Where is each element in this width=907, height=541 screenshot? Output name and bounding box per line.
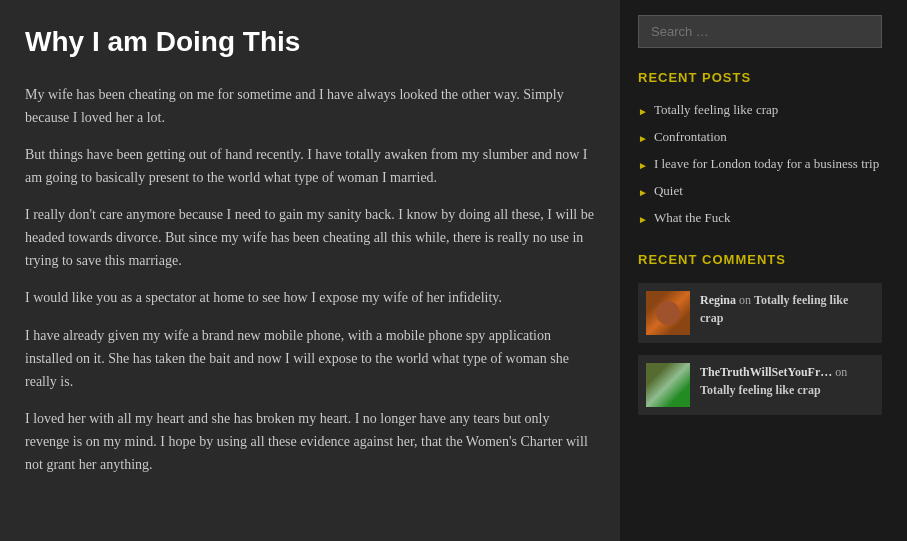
comment-text-1: Regina on Totally feeling like crap [700, 291, 874, 327]
comment-on-2: on [835, 365, 847, 379]
paragraph-5: I have already given my wife a brand new… [25, 324, 595, 393]
page-title: Why I am Doing This [25, 20, 595, 65]
recent-post-item-5[interactable]: ► What the Fuck [638, 209, 882, 228]
arrow-icon-2: ► [638, 131, 648, 147]
recent-post-item-1[interactable]: ► Totally feeling like crap [638, 101, 882, 120]
recent-post-label-2: Confrontation [654, 128, 727, 146]
paragraph-1: My wife has been cheating on me for some… [25, 83, 595, 129]
arrow-icon-1: ► [638, 104, 648, 120]
main-content: Why I am Doing This My wife has been che… [0, 0, 620, 541]
recent-post-label-5: What the Fuck [654, 209, 731, 227]
comment-on-1: on [739, 293, 754, 307]
arrow-icon-5: ► [638, 212, 648, 228]
paragraph-4: I would like you as a spectator at home … [25, 286, 595, 309]
paragraph-6: I loved her with all my heart and she ha… [25, 407, 595, 476]
comment-item-1: Regina on Totally feeling like crap [638, 283, 882, 343]
recent-comments-heading: RECENT COMMENTS [638, 250, 882, 271]
comment-item-2: TheTruthWillSetYouFr… on Totally feeling… [638, 355, 882, 415]
page-layout: Why I am Doing This My wife has been che… [0, 0, 907, 541]
comment-author-1: Regina [700, 293, 736, 307]
post-body: My wife has been cheating on me for some… [25, 83, 595, 476]
search-input[interactable] [638, 15, 882, 48]
recent-posts-section: RECENT POSTS ► Totally feeling like crap… [638, 68, 882, 228]
recent-post-label-3: I leave for London today for a business … [654, 155, 879, 173]
paragraph-3: I really don't care anymore because I ne… [25, 203, 595, 272]
paragraph-2: But things have been getting out of hand… [25, 143, 595, 189]
arrow-icon-4: ► [638, 185, 648, 201]
recent-post-label-1: Totally feeling like crap [654, 101, 778, 119]
recent-post-label-4: Quiet [654, 182, 683, 200]
recent-post-item-4[interactable]: ► Quiet [638, 182, 882, 201]
recent-post-item-3[interactable]: ► I leave for London today for a busines… [638, 155, 882, 174]
avatar-image-2 [646, 363, 690, 407]
recent-posts-heading: RECENT POSTS [638, 68, 882, 89]
sidebar: RECENT POSTS ► Totally feeling like crap… [620, 0, 900, 541]
comment-author-2: TheTruthWillSetYouFr… [700, 365, 832, 379]
avatar-2 [646, 363, 690, 407]
avatar-image-1 [646, 291, 690, 335]
avatar-1 [646, 291, 690, 335]
comment-link-2[interactable]: Totally feeling like crap [700, 383, 821, 397]
arrow-icon-3: ► [638, 158, 648, 174]
recent-comments-section: RECENT COMMENTS Regina on Totally feelin… [638, 250, 882, 415]
comment-text-2: TheTruthWillSetYouFr… on Totally feeling… [700, 363, 874, 399]
recent-post-item-2[interactable]: ► Confrontation [638, 128, 882, 147]
